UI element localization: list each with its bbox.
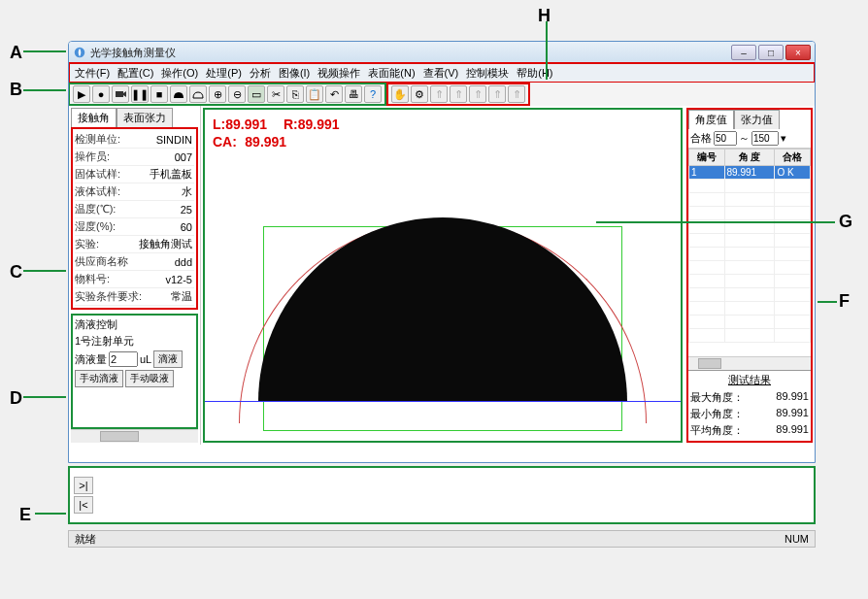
record-icon[interactable]: ● — [92, 85, 110, 103]
lbl-org: 检测单位: — [75, 132, 120, 147]
col-angle: 角 度 — [724, 150, 775, 166]
next-frame-button[interactable]: >| — [74, 477, 93, 494]
maximize-button[interactable]: □ — [758, 45, 784, 60]
camera-icon[interactable] — [112, 85, 129, 103]
menu-help[interactable]: 帮助(H) — [513, 66, 556, 81]
min-angle-label: 最小角度： — [690, 407, 744, 421]
table-row[interactable] — [689, 316, 811, 329]
val-supplier: ddd — [175, 256, 194, 268]
min-angle-value: 89.991 — [776, 407, 809, 421]
copy-icon[interactable]: ⎘ — [286, 85, 304, 103]
tab-angle-values[interactable]: 角度值 — [688, 110, 734, 129]
annotation-a: A — [10, 43, 22, 63]
chevron-down-icon[interactable]: ▾ — [781, 132, 786, 145]
crosshair-icon[interactable]: ⊕ — [209, 85, 226, 103]
menu-process[interactable]: 处理(P) — [202, 66, 246, 81]
menu-operate[interactable]: 操作(O) — [157, 66, 202, 81]
table-row[interactable] — [689, 207, 811, 220]
tab-tension-values[interactable]: 张力值 — [734, 110, 780, 129]
drop-button[interactable]: 滴液 — [153, 350, 183, 368]
baseline — [205, 401, 681, 402]
max-angle-label: 最大角度： — [690, 390, 744, 405]
menubar: 文件(F) 配置(C) 操作(O) 处理(P) 分析 图像(I) 视频操作 表面… — [69, 63, 815, 83]
table-row[interactable] — [689, 288, 811, 302]
app-window: 光学接触角测量仪 – □ × 文件(F) 配置(C) 操作(O) 处理(P) 分… — [68, 41, 816, 463]
tab-surface-tension[interactable]: 表面张力 — [117, 108, 173, 127]
table-row[interactable] — [689, 234, 811, 248]
table-row[interactable] — [689, 302, 811, 316]
menu-control[interactable]: 控制模块 — [462, 66, 513, 81]
close-button[interactable]: × — [785, 45, 811, 60]
menu-image[interactable]: 图像(I) — [275, 66, 314, 81]
dose-control-panel: 滴液控制 1号注射单元 滴液量 uL 滴液 手动滴液 手动吸液 — [71, 314, 198, 429]
syringe1-icon[interactable]: ⇑ — [430, 85, 448, 103]
syringe4-icon[interactable]: ⇑ — [488, 85, 506, 103]
angle-table[interactable]: 编号 角 度 合格 1 89.991 O K — [688, 148, 811, 356]
filter-min-input[interactable] — [714, 131, 737, 146]
help-icon[interactable]: ? — [364, 85, 382, 103]
lbl-operator: 操作员: — [75, 150, 110, 164]
col-pass: 合格 — [775, 150, 811, 166]
filter-max-input[interactable] — [751, 131, 779, 146]
manual-suck-button[interactable]: 手动吸液 — [125, 370, 174, 387]
lbl-conditions: 实验条件要求: — [75, 289, 142, 304]
col-no: 编号 — [689, 150, 725, 166]
table-row[interactable] — [689, 180, 811, 193]
table-row[interactable] — [689, 261, 811, 275]
image-viewport[interactable]: L:89.991 R:89.991 CA: 89.991 — [203, 108, 683, 443]
filter-tilde: ～ — [739, 131, 750, 146]
status-ready: 就绪 — [75, 532, 96, 547]
val-temp: 25 — [181, 204, 194, 216]
dose-amount-input[interactable] — [109, 351, 138, 367]
val-solid: 手机盖板 — [150, 167, 194, 182]
droplet-dark-icon[interactable] — [170, 85, 187, 103]
test-results: 测试结果 最大角度：89.991 最小角度：89.991 平均角度：89.991 — [688, 370, 811, 441]
lbl-material: 物料号: — [75, 272, 110, 286]
stop-icon[interactable]: ■ — [150, 85, 168, 103]
select-icon[interactable]: ▭ — [248, 85, 265, 103]
table-row[interactable] — [689, 193, 811, 207]
cut-icon[interactable]: ✂ — [267, 85, 284, 103]
val-liquid: 水 — [182, 184, 194, 199]
filter-pass-label: 合格 — [690, 131, 712, 146]
val-exp: 接触角测试 — [139, 237, 194, 251]
gear-icon[interactable]: ⚙ — [411, 85, 428, 103]
syringe3-icon[interactable]: ⇑ — [469, 85, 486, 103]
val-org: SINDIN — [156, 134, 194, 146]
print-icon[interactable]: 🖶 — [345, 85, 362, 103]
prev-frame-button[interactable]: |< — [74, 496, 93, 514]
menu-file[interactable]: 文件(F) — [71, 66, 114, 81]
pause-icon[interactable]: ❚❚ — [131, 85, 149, 103]
droplet-outline-icon[interactable] — [189, 85, 207, 103]
val-conditions: 常温 — [171, 289, 194, 304]
undo-icon[interactable]: ↶ — [325, 85, 343, 103]
hand-icon[interactable]: ✋ — [391, 85, 409, 103]
left-panel: 接触角 表面张力 检测单位:SINDIN 操作员:007 固体试样:手机盖板 液… — [69, 106, 201, 445]
titlebar[interactable]: 光学接触角测量仪 – □ × — [69, 42, 815, 63]
target-icon[interactable]: ⊖ — [228, 85, 246, 103]
table-row[interactable] — [689, 248, 811, 261]
table-row[interactable]: 1 89.991 O K — [689, 166, 811, 180]
menu-surface[interactable]: 表面能(N) — [364, 66, 418, 81]
paste-icon[interactable]: 📋 — [306, 85, 323, 103]
sample-info-panel: 检测单位:SINDIN 操作员:007 固体试样:手机盖板 液体试样:水 温度(… — [71, 127, 198, 310]
table-row[interactable] — [689, 275, 811, 288]
menu-video[interactable]: 视频操作 — [314, 66, 364, 81]
annotation-g: G — [839, 212, 852, 232]
manual-drop-button[interactable]: 手动滴液 — [75, 370, 123, 387]
left-scrollbar[interactable] — [71, 429, 198, 443]
syringe5-icon[interactable]: ⇑ — [508, 85, 525, 103]
window-title: 光学接触角测量仪 — [90, 46, 176, 60]
thumbnail-strip: >| |< — [68, 466, 816, 524]
syringe2-icon[interactable]: ⇑ — [450, 85, 467, 103]
table-scrollbar[interactable] — [688, 356, 811, 370]
menu-config[interactable]: 配置(C) — [114, 66, 157, 81]
lbl-humidity: 湿度(%): — [75, 219, 116, 234]
menu-analyze[interactable]: 分析 — [246, 66, 275, 81]
menu-view[interactable]: 查看(V) — [419, 66, 463, 81]
minimize-button[interactable]: – — [731, 45, 756, 60]
tab-contact-angle[interactable]: 接触角 — [71, 108, 117, 127]
annotation-b: B — [10, 80, 22, 100]
play-icon[interactable]: ▶ — [73, 85, 90, 103]
table-row[interactable] — [689, 329, 811, 343]
